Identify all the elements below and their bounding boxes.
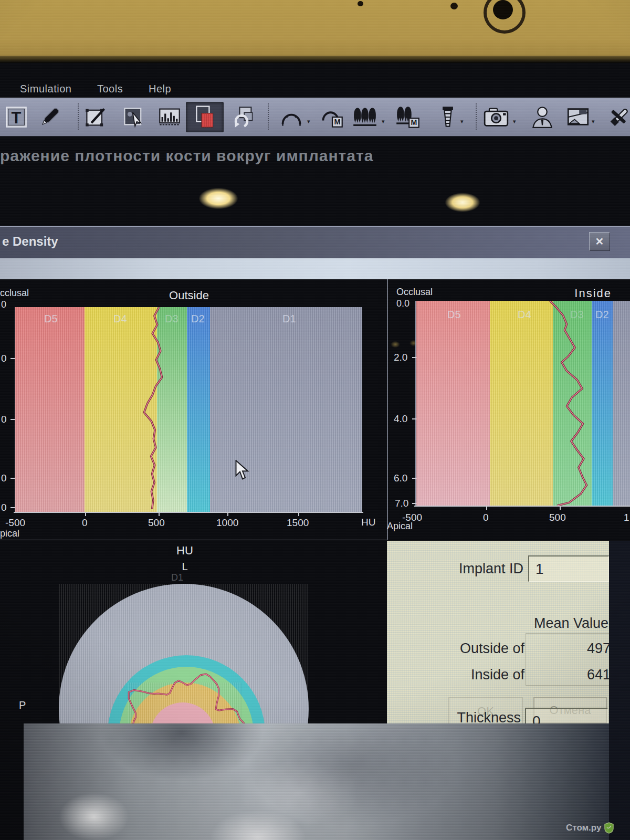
- watermark-text: Стом.ру: [566, 823, 601, 833]
- select-image-icon: [122, 106, 145, 129]
- histogram-icon: [158, 106, 181, 129]
- orientation-label-left: P: [19, 699, 26, 711]
- screen-photo: Simulation Tools Help T: [0, 0, 630, 840]
- panel-right-gutter: [609, 541, 630, 840]
- outside-density-curve: [15, 307, 362, 512]
- arch-measure-icon: M: [321, 106, 344, 129]
- pane-divider: [387, 279, 388, 540]
- mean-value-header: Mean Value: [492, 615, 608, 632]
- toolbar: T: [0, 98, 630, 136]
- toolbar-separator: [78, 103, 79, 130]
- outside-xtick: 1500: [287, 517, 309, 529]
- monitor-bezel: [0, 0, 630, 56]
- pen-tool-button[interactable]: [36, 102, 64, 132]
- outside-ytick: 0: [1, 353, 7, 364]
- select-image-button[interactable]: [120, 102, 148, 132]
- watermark-shield-icon: [604, 822, 614, 834]
- inside-xtick: 0: [483, 512, 489, 523]
- outside-ytick: 0: [1, 502, 7, 513]
- outside-xtick: -500: [5, 517, 25, 529]
- results-panel: Implant ID 1 Mean Value Outside of 497 I…: [387, 541, 609, 723]
- outside-plot[interactable]: [15, 307, 362, 512]
- implant-icon: [437, 106, 458, 129]
- outside-x-unit: HU: [361, 517, 375, 528]
- user-icon: [531, 106, 554, 129]
- menu-simulation[interactable]: Simulation: [20, 83, 71, 95]
- arch-tool-button[interactable]: ▾: [277, 102, 306, 132]
- implant-id-input[interactable]: 1: [528, 555, 609, 582]
- menu-help[interactable]: Help: [149, 83, 171, 95]
- bezel-edge: [0, 56, 630, 63]
- bezel-dot: [358, 1, 363, 6]
- edit-annotation-button[interactable]: [82, 102, 110, 132]
- chevron-down-icon[interactable]: ▾: [382, 118, 385, 125]
- chevron-down-icon[interactable]: ▾: [592, 118, 595, 125]
- dialog-titlebar[interactable]: e Density ✕: [0, 226, 630, 259]
- menu-tools[interactable]: Tools: [97, 83, 123, 95]
- layout-button[interactable]: ▾: [564, 102, 592, 132]
- status-title: ражение плотности кости вокруг имплантат…: [0, 147, 373, 165]
- outside-x-axis: [14, 512, 363, 513]
- zone-label-d1: D1: [282, 313, 296, 325]
- density-overlay-button[interactable]: [186, 102, 224, 132]
- chevron-down-icon[interactable]: ▾: [460, 118, 464, 125]
- inside-of-value: 641: [544, 667, 609, 683]
- chevron-down-icon[interactable]: ▾: [513, 118, 516, 125]
- outside-xtick: 0: [82, 517, 88, 529]
- thickness-label: Thickness: [404, 710, 521, 723]
- teeth-measure-button[interactable]: M: [394, 102, 422, 132]
- inside-ytick: 6.0: [394, 472, 407, 484]
- settings-button[interactable]: [605, 102, 630, 132]
- teeth-measure-icon: M: [395, 106, 421, 129]
- density-overlay-icon: [192, 104, 217, 130]
- histogram-button[interactable]: [155, 102, 184, 132]
- inside-ytick: 7.0: [395, 498, 408, 509]
- inside-ytick: 2.0: [394, 352, 407, 363]
- inside-plot[interactable]: [416, 301, 630, 506]
- implant-tool-button[interactable]: ▾: [434, 102, 462, 132]
- outside-ytick: 0: [1, 414, 7, 425]
- polar-map[interactable]: HU L D1 P: [0, 541, 387, 723]
- text-tool-button[interactable]: T: [2, 102, 30, 132]
- thickness-input[interactable]: 0: [525, 708, 608, 723]
- outside-chart-title: Outside: [16, 289, 362, 302]
- layout-icon: [566, 106, 590, 129]
- rotate-object-button[interactable]: [229, 102, 257, 132]
- patient-button[interactable]: [528, 102, 556, 132]
- outside-of-label: Outside of: [408, 640, 524, 657]
- toolbar-separator: [476, 103, 477, 130]
- inside-bottom-label: Apical: [387, 521, 413, 532]
- implant-id-label: Implant ID: [418, 561, 523, 577]
- inside-xtick: 1: [624, 512, 629, 523]
- pen-icon: [38, 106, 61, 129]
- screenshot-button[interactable]: ▾: [482, 102, 510, 132]
- teeth-tool-button[interactable]: ▾: [351, 102, 379, 132]
- watermark: Стом.ру: [566, 822, 614, 834]
- arch-measure-button[interactable]: M: [318, 102, 346, 132]
- outside-ytick: 0: [1, 299, 6, 310]
- screen-reflection: [193, 185, 244, 212]
- screen-reflection: [440, 190, 485, 215]
- screen-reflection: [390, 340, 401, 349]
- inside-x-axis: [414, 506, 630, 507]
- close-icon[interactable]: ✕: [589, 232, 610, 251]
- inside-density-curve: [416, 301, 630, 506]
- mouse-cursor: [235, 460, 250, 481]
- inside-corner-label: Occlusal: [396, 287, 433, 298]
- polar-density-contour: [0, 541, 387, 723]
- inside-ytick: 4.0: [394, 413, 407, 425]
- dialog-toolbar-band: [0, 258, 630, 279]
- svg-text:M: M: [334, 118, 340, 126]
- svg-text:T: T: [12, 109, 22, 127]
- chevron-down-icon[interactable]: ▾: [307, 118, 310, 125]
- inside-of-label: Inside of: [408, 667, 524, 683]
- zone-label-d2: D2: [191, 313, 205, 325]
- zone-label-d2: D2: [595, 309, 609, 321]
- bezel-dot: [450, 3, 458, 9]
- edit-annotation-icon: [85, 106, 108, 129]
- camera-icon: [484, 106, 509, 129]
- outside-ytick: 0: [1, 472, 7, 484]
- xray-preview-strip: [24, 723, 609, 840]
- zone-label-d4: D4: [113, 313, 127, 325]
- outside-of-value: 497: [544, 640, 609, 657]
